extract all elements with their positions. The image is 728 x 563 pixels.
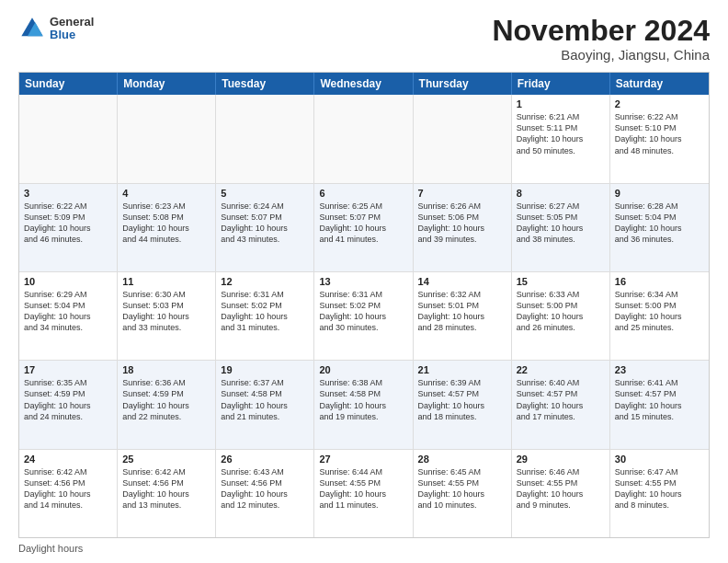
logo-text: General Blue [50, 16, 94, 42]
calendar-cell: 22Sunrise: 6:40 AM Sunset: 4:57 PM Dayli… [512, 361, 610, 448]
calendar-cell: 24Sunrise: 6:42 AM Sunset: 4:56 PM Dayli… [19, 450, 118, 537]
title-section: November 2024 Baoying, Jiangsu, China [492, 15, 710, 63]
calendar-header: SundayMondayTuesdayWednesdayThursdayFrid… [19, 73, 709, 95]
day-info: Sunrise: 6:25 AM Sunset: 5:07 PM Dayligh… [319, 201, 407, 246]
day-info: Sunrise: 6:22 AM Sunset: 5:09 PM Dayligh… [24, 201, 112, 246]
calendar-header-cell: Wednesday [314, 73, 413, 95]
calendar-cell [19, 95, 118, 182]
calendar-header-cell: Friday [512, 73, 610, 95]
day-number: 23 [615, 364, 704, 375]
day-number: 26 [221, 454, 309, 465]
day-number: 11 [122, 276, 210, 287]
day-number: 6 [319, 188, 407, 199]
calendar-cell: 6Sunrise: 6:25 AM Sunset: 5:07 PM Daylig… [314, 184, 413, 271]
calendar-row: 10Sunrise: 6:29 AM Sunset: 5:04 PM Dayli… [19, 272, 709, 361]
page: General Blue November 2024 Baoying, Jian… [0, 0, 728, 563]
calendar-header-cell: Thursday [414, 73, 512, 95]
day-info: Sunrise: 6:32 AM Sunset: 5:01 PM Dayligh… [418, 289, 506, 334]
day-number: 29 [517, 454, 605, 465]
calendar-cell [314, 95, 413, 182]
calendar-cell: 30Sunrise: 6:47 AM Sunset: 4:55 PM Dayli… [610, 450, 709, 537]
day-info: Sunrise: 6:30 AM Sunset: 5:03 PM Dayligh… [122, 289, 210, 334]
day-info: Sunrise: 6:44 AM Sunset: 4:55 PM Dayligh… [319, 466, 407, 511]
logo-blue: Blue [50, 29, 94, 41]
calendar-cell: 16Sunrise: 6:34 AM Sunset: 5:00 PM Dayli… [610, 272, 709, 360]
day-info: Sunrise: 6:27 AM Sunset: 5:05 PM Dayligh… [517, 201, 605, 246]
day-number: 17 [24, 364, 112, 375]
day-number: 27 [319, 454, 407, 465]
calendar-cell: 26Sunrise: 6:43 AM Sunset: 4:56 PM Dayli… [216, 450, 314, 537]
day-number: 30 [615, 454, 704, 465]
day-info: Sunrise: 6:34 AM Sunset: 5:00 PM Dayligh… [615, 289, 704, 334]
calendar-cell [118, 95, 216, 182]
day-info: Sunrise: 6:31 AM Sunset: 5:02 PM Dayligh… [221, 289, 309, 334]
calendar-cell: 1Sunrise: 6:21 AM Sunset: 5:11 PM Daylig… [512, 95, 610, 182]
day-info: Sunrise: 6:22 AM Sunset: 5:10 PM Dayligh… [615, 111, 704, 156]
calendar-row: 24Sunrise: 6:42 AM Sunset: 4:56 PM Dayli… [19, 450, 709, 537]
calendar-cell: 27Sunrise: 6:44 AM Sunset: 4:55 PM Dayli… [314, 450, 413, 537]
day-number: 24 [24, 454, 112, 465]
day-info: Sunrise: 6:37 AM Sunset: 4:58 PM Dayligh… [221, 377, 309, 422]
calendar-header-cell: Saturday [610, 73, 709, 95]
calendar-row: 1Sunrise: 6:21 AM Sunset: 5:11 PM Daylig… [19, 95, 709, 183]
day-info: Sunrise: 6:46 AM Sunset: 4:55 PM Dayligh… [517, 466, 605, 511]
logo-general: General [50, 16, 94, 29]
calendar-cell: 23Sunrise: 6:41 AM Sunset: 4:57 PM Dayli… [610, 361, 709, 448]
day-number: 3 [24, 188, 112, 199]
location: Baoying, Jiangsu, China [492, 47, 710, 63]
day-info: Sunrise: 6:42 AM Sunset: 4:56 PM Dayligh… [122, 466, 210, 511]
day-number: 13 [319, 276, 407, 287]
calendar-cell [216, 95, 314, 182]
calendar-cell: 11Sunrise: 6:30 AM Sunset: 5:03 PM Dayli… [118, 272, 216, 360]
day-info: Sunrise: 6:40 AM Sunset: 4:57 PM Dayligh… [517, 377, 605, 422]
day-number: 8 [517, 188, 605, 199]
day-info: Sunrise: 6:42 AM Sunset: 4:56 PM Dayligh… [24, 466, 112, 511]
calendar: SundayMondayTuesdayWednesdayThursdayFrid… [18, 72, 710, 538]
calendar-header-cell: Tuesday [216, 73, 314, 95]
day-number: 25 [122, 454, 210, 465]
day-number: 14 [418, 276, 506, 287]
footer-note: Daylight hours [18, 543, 710, 554]
calendar-header-cell: Monday [118, 73, 216, 95]
day-number: 7 [418, 188, 506, 199]
calendar-cell: 13Sunrise: 6:31 AM Sunset: 5:02 PM Dayli… [314, 272, 413, 360]
day-info: Sunrise: 6:39 AM Sunset: 4:57 PM Dayligh… [418, 377, 506, 422]
logo: General Blue [18, 15, 94, 42]
calendar-cell: 2Sunrise: 6:22 AM Sunset: 5:10 PM Daylig… [610, 95, 709, 182]
day-number: 28 [418, 454, 506, 465]
day-number: 18 [122, 364, 210, 375]
month-title: November 2024 [492, 15, 710, 47]
day-number: 1 [517, 98, 605, 109]
day-number: 15 [517, 276, 605, 287]
calendar-cell: 18Sunrise: 6:36 AM Sunset: 4:59 PM Dayli… [118, 361, 216, 448]
calendar-cell: 3Sunrise: 6:22 AM Sunset: 5:09 PM Daylig… [19, 184, 118, 271]
day-number: 4 [122, 188, 210, 199]
day-number: 20 [319, 364, 407, 375]
day-number: 22 [517, 364, 605, 375]
day-number: 9 [615, 188, 704, 199]
calendar-cell: 14Sunrise: 6:32 AM Sunset: 5:01 PM Dayli… [414, 272, 512, 360]
header: General Blue November 2024 Baoying, Jian… [18, 15, 710, 63]
calendar-cell: 17Sunrise: 6:35 AM Sunset: 4:59 PM Dayli… [19, 361, 118, 448]
calendar-cell [414, 95, 512, 182]
calendar-cell: 8Sunrise: 6:27 AM Sunset: 5:05 PM Daylig… [512, 184, 610, 271]
calendar-cell: 29Sunrise: 6:46 AM Sunset: 4:55 PM Dayli… [512, 450, 610, 537]
day-info: Sunrise: 6:28 AM Sunset: 5:04 PM Dayligh… [615, 201, 704, 246]
calendar-cell: 28Sunrise: 6:45 AM Sunset: 4:55 PM Dayli… [414, 450, 512, 537]
calendar-header-cell: Sunday [19, 73, 118, 95]
calendar-body: 1Sunrise: 6:21 AM Sunset: 5:11 PM Daylig… [19, 95, 709, 537]
calendar-cell: 7Sunrise: 6:26 AM Sunset: 5:06 PM Daylig… [414, 184, 512, 271]
day-info: Sunrise: 6:43 AM Sunset: 4:56 PM Dayligh… [221, 466, 309, 511]
day-number: 16 [615, 276, 704, 287]
calendar-cell: 25Sunrise: 6:42 AM Sunset: 4:56 PM Dayli… [118, 450, 216, 537]
day-info: Sunrise: 6:23 AM Sunset: 5:08 PM Dayligh… [122, 201, 210, 246]
calendar-cell: 9Sunrise: 6:28 AM Sunset: 5:04 PM Daylig… [610, 184, 709, 271]
day-info: Sunrise: 6:21 AM Sunset: 5:11 PM Dayligh… [517, 111, 605, 156]
day-number: 12 [221, 276, 309, 287]
day-number: 10 [24, 276, 112, 287]
day-info: Sunrise: 6:41 AM Sunset: 4:57 PM Dayligh… [615, 377, 704, 422]
calendar-cell: 19Sunrise: 6:37 AM Sunset: 4:58 PM Dayli… [216, 361, 314, 448]
day-info: Sunrise: 6:45 AM Sunset: 4:55 PM Dayligh… [418, 466, 506, 511]
day-info: Sunrise: 6:26 AM Sunset: 5:06 PM Dayligh… [418, 201, 506, 246]
day-info: Sunrise: 6:35 AM Sunset: 4:59 PM Dayligh… [24, 377, 112, 422]
